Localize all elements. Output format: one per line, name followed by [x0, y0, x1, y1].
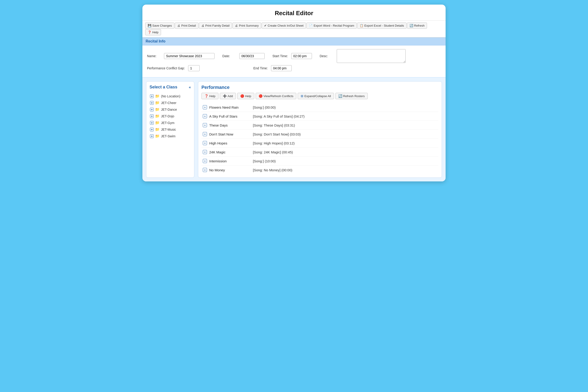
expand-icon-jet-dance[interactable]: + [150, 108, 154, 112]
perf-expand-p3[interactable]: + [203, 123, 207, 127]
perf-expand-p5[interactable]: + [203, 141, 207, 145]
end-time-input[interactable] [271, 65, 292, 71]
view-refresh-btn-button[interactable]: 🔴View/Refresh Conflicts [256, 93, 296, 99]
class-panel-header: Select a Class « [150, 85, 191, 90]
perf-song-p6: [Song: 24K Magic] (00:45) [253, 150, 293, 154]
perf-expand-p2[interactable]: + [203, 114, 207, 118]
print-detail-button[interactable]: 🖨Print Detail [175, 22, 198, 29]
save-changes-button[interactable]: 💾Save Changes [145, 22, 174, 29]
conflict-gap-input[interactable] [188, 65, 200, 71]
help2-btn-button[interactable]: 🔴Help [237, 93, 254, 99]
perf-name-p7: Intemission [209, 159, 250, 163]
conflict-gap-label: Performance Conflict Gap: [147, 66, 185, 70]
perf-expand-p4[interactable]: + [203, 132, 207, 136]
create-checkin-button[interactable]: ✔Create Check In/Out Sheet [262, 22, 306, 29]
desc-label: Desc: [320, 54, 334, 58]
performance-list: + Flowers Need Rain [Song:] (00:00) + A … [202, 103, 438, 174]
perf-name-p6: 24K Magic [209, 150, 250, 154]
performance-panel: Performance ❓Help➕Add🔴Help🔴View/Refresh … [198, 81, 442, 178]
app-container: Recital Editor 💾Save Changes🖨Print Detai… [142, 4, 446, 182]
help-icon: ❓ [148, 30, 151, 34]
perf-expand-p7[interactable]: + [203, 159, 207, 163]
add-btn-icon: ➕ [223, 94, 227, 98]
folder-icon-jet-dojo: 📁 [155, 114, 160, 118]
class-item-jet-dojo[interactable]: + 📁 JET-Dojo [150, 113, 191, 120]
folder-icon-jet-music: 📁 [155, 127, 160, 132]
toolbar: 💾Save Changes🖨Print Detail🖨Print Family … [142, 21, 446, 38]
date-input[interactable] [239, 53, 264, 59]
expand-icon-jet-music[interactable]: + [150, 128, 154, 131]
collapse-button[interactable]: « [189, 85, 191, 89]
export-word-button[interactable]: 📄Export Word - Recital Program [306, 22, 357, 29]
refresh-rosters-btn-button[interactable]: 🔄Refresh Rosters [335, 93, 368, 99]
perf-name-p1: Flowers Need Rain [209, 106, 250, 109]
expand-icon-no-location[interactable]: + [150, 94, 154, 98]
desc-textarea[interactable] [337, 49, 406, 63]
perf-name-p8: No Money [209, 168, 250, 172]
help2-btn-icon: 🔴 [240, 94, 244, 98]
performance-item-p4: + Don't Start Now [Song: Don't Start Now… [202, 130, 438, 139]
perf-song-p5: [Song: High Hopes] (03:12) [253, 141, 295, 145]
start-time-label: Start Time: [272, 54, 288, 58]
perf-expand-p1[interactable]: + [203, 105, 207, 109]
refresh-button[interactable]: 🔄Refresh [407, 22, 427, 29]
class-label-jet-swim: JET-Swim [161, 134, 176, 138]
perf-name-p2: A Sky Full of Stars [209, 114, 250, 118]
expand-collapse-btn-button[interactable]: ⊞Expand/Collapse All [298, 93, 334, 99]
end-time-label: End Time: [253, 66, 268, 70]
expand-collapse-btn-icon: ⊞ [301, 94, 304, 98]
class-label-jet-dance: JET-Dance [161, 108, 177, 112]
perf-song-p8: [Song: No Money] (00:00) [253, 168, 292, 172]
expand-icon-jet-cheer[interactable]: + [150, 101, 154, 105]
print-summary-icon: 🖨 [235, 24, 238, 27]
export-excel-icon: 📋 [360, 24, 363, 27]
class-item-jet-gym[interactable]: + 📁 JET-Gym [150, 120, 191, 126]
class-item-no-location[interactable]: + 📁 (No Location) [150, 93, 191, 100]
performance-item-p7: + Intemission [Song:] (10:00) [202, 156, 438, 166]
performance-item-p5: + High Hopes [Song: High Hopes] (03:12) [202, 139, 438, 148]
print-summary-button[interactable]: 🖨Print Summary [232, 22, 261, 29]
perf-song-p4: [Song: Don't Start Now] (03:03) [253, 132, 301, 136]
class-item-jet-dance[interactable]: + 📁 JET-Dance [150, 106, 191, 113]
performance-item-p2: + A Sky Full of Stars [Song: A Sky Full … [202, 112, 438, 121]
performance-item-p8: + No Money [Song: No Money] (00:00) [202, 166, 438, 174]
perf-name-p3: These Days [209, 123, 250, 127]
start-time-input[interactable] [291, 53, 312, 59]
help-btn-button[interactable]: ❓Help [202, 93, 218, 99]
perf-expand-p8[interactable]: + [203, 168, 207, 172]
folder-icon-jet-dance: 📁 [155, 107, 160, 112]
main-content: Select a Class « + 📁 (No Location) + 📁 J… [142, 78, 446, 182]
refresh-rosters-btn-icon: 🔄 [338, 94, 342, 98]
create-checkin-icon: ✔ [264, 24, 267, 27]
performance-item-p3: + These Days [Song: These Days] (03:31) [202, 121, 438, 130]
perf-song-p1: [Song:] (00:00) [253, 106, 276, 109]
add-btn-button[interactable]: ➕Add [220, 93, 236, 99]
folder-icon-jet-swim: 📁 [155, 134, 160, 138]
perf-song-p3: [Song: These Days] (03:31) [253, 123, 295, 127]
page-title: Recital Editor [142, 4, 446, 21]
folder-icon-jet-cheer: 📁 [155, 100, 160, 105]
print-family-detail-button[interactable]: 🖨Print Family Detail [199, 22, 232, 29]
view-refresh-btn-icon: 🔴 [259, 94, 262, 98]
expand-icon-jet-gym[interactable]: + [150, 121, 154, 125]
class-list: + 📁 (No Location) + 📁 JET-Cheer + 📁 JET-… [150, 93, 191, 140]
class-item-jet-music[interactable]: + 📁 JET-Music [150, 126, 191, 133]
recital-info-section: Name: Date: Start Time: Desc: Performanc… [142, 46, 446, 78]
expand-icon-jet-swim[interactable]: + [150, 134, 154, 138]
export-word-icon: 📄 [309, 24, 312, 27]
class-item-jet-swim[interactable]: + 📁 JET-Swim [150, 133, 191, 140]
name-input[interactable] [164, 53, 214, 59]
perf-expand-p6[interactable]: + [203, 150, 207, 154]
help-button[interactable]: ❓Help [145, 29, 161, 35]
export-excel-button[interactable]: 📋Export Excel - Student Details [357, 22, 406, 29]
recital-row-gap: Performance Conflict Gap: End Time: [147, 65, 441, 71]
name-label: Name: [147, 54, 161, 58]
print-detail-icon: 🖨 [177, 24, 180, 27]
class-label-jet-music: JET-Music [161, 128, 176, 131]
performance-title: Performance [202, 85, 438, 90]
class-label-jet-cheer: JET-Cheer [161, 101, 176, 105]
class-item-jet-cheer[interactable]: + 📁 JET-Cheer [150, 100, 191, 106]
expand-icon-jet-dojo[interactable]: + [150, 114, 154, 118]
print-family-detail-icon: 🖨 [202, 24, 204, 27]
save-changes-icon: 💾 [148, 24, 151, 27]
